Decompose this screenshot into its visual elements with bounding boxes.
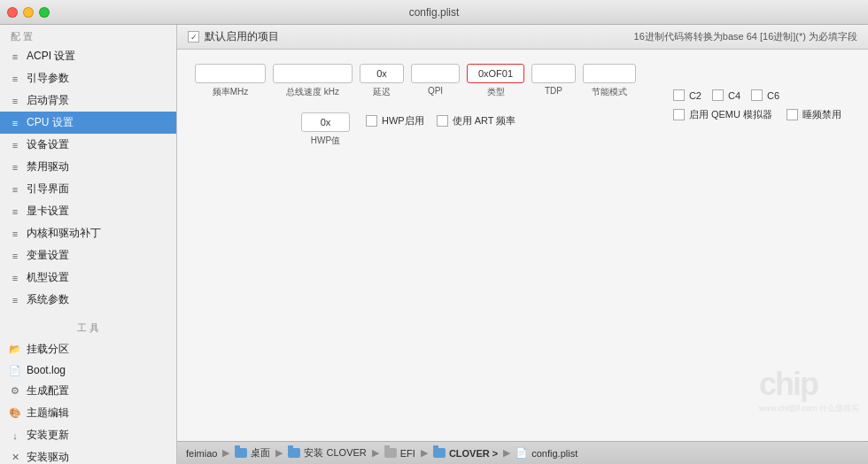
hwp-label: HWP值 [311, 135, 340, 147]
bus-input[interactable] [273, 64, 353, 83]
sidebar-item-gen-config[interactable]: ⚙ 生成配置 [0, 380, 176, 402]
hwp-input[interactable] [301, 112, 350, 132]
hwp-enable-group: HWP启用 [366, 114, 424, 128]
sidebar-item-gpu[interactable]: ≡ 显卡设置 [0, 200, 176, 222]
c4-group: C4 [712, 89, 740, 101]
sidebar-item-acpi[interactable]: ≡ ACPI 设置 [0, 45, 176, 67]
art-freq-group: 使用 ART 频率 [437, 114, 516, 128]
model-icon: ≡ [9, 273, 21, 283]
c4-label: C4 [728, 90, 740, 101]
efi-folder-icon [384, 448, 397, 458]
theme-edit-icon: 🎨 [9, 407, 21, 419]
window-controls [7, 7, 50, 18]
default-enable-checkbox[interactable]: ✓ [188, 31, 199, 43]
art-freq-checkbox[interactable] [437, 115, 448, 127]
sidebar-item-install-driver-label: 安装驱动 [27, 450, 69, 464]
sidebar-item-vars[interactable]: ≡ 变量设置 [0, 244, 176, 267]
bus-field-group: 总线速度 kHz [273, 64, 353, 98]
sidebar-item-mount[interactable]: 📂 挂载分区 [0, 338, 176, 360]
sep5: ▶ [503, 447, 510, 459]
kernel-icon: ≡ [9, 228, 21, 239]
tdp-input[interactable] [531, 64, 576, 83]
freq-field-group: 频率MHz [195, 64, 266, 98]
hwp-field-group: HWP值 [301, 112, 350, 147]
c-states-row: C2 C4 C6 [673, 89, 841, 101]
sidebar-item-theme-edit[interactable]: 🎨 主题编辑 [0, 402, 176, 424]
type-label: 类型 [487, 86, 505, 98]
sidebar-item-model[interactable]: ≡ 机型设置 [0, 267, 176, 289]
c6-checkbox[interactable] [751, 89, 763, 101]
hwp-enable-checkbox[interactable] [366, 115, 377, 127]
art-freq-label: 使用 ART 频率 [453, 114, 516, 128]
type-input[interactable] [467, 64, 524, 83]
freq-input[interactable] [195, 64, 266, 83]
power-mode-label: 节能模式 [592, 86, 627, 98]
boot-bg-icon: ≡ [9, 96, 21, 106]
statusbar: feimiao ▶ 桌面 ▶ 安装 CLOVER ▶ EFI ▶ CLOVER … [177, 441, 868, 464]
devices-icon: ≡ [9, 140, 21, 151]
c2-label: C2 [689, 90, 701, 101]
c2-checkbox[interactable] [673, 89, 685, 101]
sidebar: 配 置 ≡ ACPI 设置 ≡ 引导参数 ≡ 启动背景 ≡ CPU 设置 ≡ 设… [0, 25, 177, 464]
sidebar-item-disable-drivers[interactable]: ≡ 禁用驱动 [0, 156, 176, 178]
sidebar-item-boot-bg[interactable]: ≡ 启动背景 [0, 89, 176, 112]
power-mode-input[interactable] [583, 64, 636, 83]
titlebar: config.plist [0, 0, 868, 25]
tdp-field-group: TDP [531, 64, 576, 96]
clover-folder-icon [433, 448, 446, 458]
maximize-button[interactable] [39, 7, 50, 18]
minimize-button[interactable] [23, 7, 34, 18]
boot-ui-icon: ≡ [9, 184, 21, 195]
qpi-field-group: QPI [411, 64, 460, 96]
hwp-enable-label: HWP启用 [382, 114, 424, 128]
sidebar-item-update[interactable]: ↓ 安装更新 [0, 424, 176, 446]
c4-checkbox[interactable] [712, 89, 724, 101]
sidebar-item-cpu[interactable]: ≡ CPU 设置 [0, 112, 176, 134]
acpi-icon: ≡ [9, 51, 21, 62]
breadcrumb-efi: EFI [400, 448, 415, 459]
breadcrumb-file: config.plist [531, 448, 577, 459]
sidebar-item-boot-ui[interactable]: ≡ 引导界面 [0, 178, 176, 200]
sidebar-item-theme-edit-label: 主题编辑 [27, 406, 69, 421]
sidebar-item-boot-args-label: 引导参数 [27, 71, 69, 86]
latency-field-group: 延迟 [360, 64, 404, 98]
breadcrumb-desktop: 桌面 [251, 446, 270, 460]
sidebar-item-boot-ui-label: 引导界面 [27, 182, 69, 197]
qemu-label: 启用 QEMU 模拟器 [689, 108, 772, 121]
config-file-icon: 📄 [515, 447, 528, 459]
watermark: chip www.chi值ll.com 什么值得买 [759, 366, 859, 414]
sleep-label: 睡频禁用 [802, 108, 841, 121]
sidebar-item-model-label: 机型设置 [27, 270, 69, 285]
c6-group: C6 [751, 89, 779, 101]
power-mode-field-group: 节能模式 [583, 64, 636, 98]
sidebar-item-mount-label: 挂载分区 [27, 342, 69, 357]
qemu-checkbox[interactable] [673, 109, 685, 120]
tools-section-header: 工 具 [0, 318, 176, 338]
sidebar-item-sys-params[interactable]: ≡ 系统参数 [0, 289, 176, 311]
breadcrumb-install-clover: 安装 CLOVER [304, 446, 366, 460]
qemu-group: 启用 QEMU 模拟器 [673, 108, 772, 121]
breadcrumb-clover: CLOVER > [449, 448, 498, 459]
sidebar-item-sys-params-label: 系统参数 [27, 292, 69, 307]
c2-group: C2 [673, 89, 701, 101]
desktop-folder-icon [235, 448, 247, 458]
sidebar-item-bootlog-label: Boot.log [27, 364, 66, 376]
sleep-group: 睡频禁用 [787, 108, 841, 121]
window-title: config.plist [409, 6, 460, 19]
sidebar-item-vars-label: 变量设置 [27, 248, 69, 263]
sidebar-item-install-driver[interactable]: ✕ 安装驱动 [0, 446, 176, 464]
qpi-input[interactable] [411, 64, 460, 83]
sidebar-item-kernel[interactable]: ≡ 内核和驱动补丁 [0, 222, 176, 244]
close-button[interactable] [7, 7, 18, 18]
latency-input[interactable] [360, 64, 404, 83]
sidebar-item-boot-args[interactable]: ≡ 引导参数 [0, 67, 176, 89]
sys-params-icon: ≡ [9, 295, 21, 305]
sleep-checkbox[interactable] [787, 109, 798, 120]
sidebar-item-bootlog[interactable]: 📄 Boot.log [0, 360, 176, 380]
latency-label: 延迟 [373, 86, 391, 98]
gen-config-icon: ⚙ [9, 385, 21, 397]
sidebar-item-gen-config-label: 生成配置 [27, 383, 69, 398]
sidebar-item-devices[interactable]: ≡ 设备设置 [0, 134, 176, 156]
type-field-group: 类型 [467, 64, 524, 98]
bootlog-icon: 📄 [9, 365, 21, 376]
